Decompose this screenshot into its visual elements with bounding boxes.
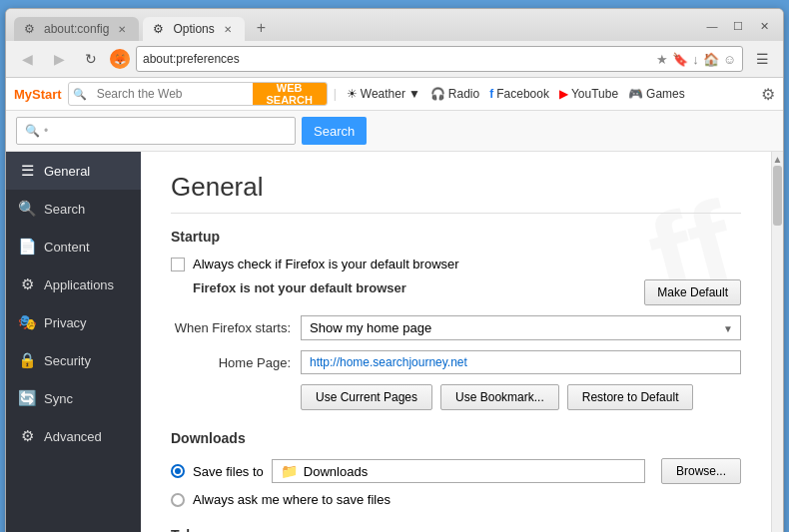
advanced-icon: ⚙: [18, 427, 36, 445]
youtube-label: YouTube: [571, 87, 618, 101]
toolbar-games[interactable]: 🎮 Games: [628, 87, 685, 101]
scroll-track[interactable]: [772, 166, 783, 527]
home-page-row: Home Page:: [171, 350, 741, 374]
bookmark-icon[interactable]: ★: [656, 52, 668, 67]
toolbar-search-input[interactable]: [91, 87, 253, 101]
not-default-warning: Firefox is not your default browser: [193, 280, 406, 295]
default-browser-label: Always check if Firefox is your default …: [193, 257, 459, 271]
forward-button[interactable]: ▶: [46, 46, 72, 72]
page-title: General: [171, 172, 741, 214]
sidebar-label-privacy: Privacy: [44, 315, 87, 330]
when-starts-select[interactable]: Show my home page: [301, 315, 741, 340]
scroll-up-button[interactable]: ▲: [772, 152, 784, 166]
weather-arrow: ▼: [408, 87, 420, 101]
close-button[interactable]: ✕: [753, 15, 775, 37]
back-button[interactable]: ◀: [14, 46, 40, 72]
weather-label: Weather: [361, 87, 405, 101]
applications-icon: ⚙: [18, 275, 36, 293]
toolbar-radio[interactable]: 🎧 Radio: [430, 87, 479, 101]
sidebar-item-sync[interactable]: 🔄 Sync: [6, 379, 141, 417]
games-label: Games: [646, 87, 685, 101]
radio-label: Radio: [448, 87, 479, 101]
tabs-section-title: Tabs: [171, 527, 741, 532]
toolbar-facebook[interactable]: f Facebook: [489, 87, 549, 101]
always-ask-row: Always ask me where to save files: [171, 492, 741, 507]
address-text: about:preferences: [143, 52, 240, 66]
download-icon[interactable]: ↓: [692, 52, 699, 67]
minimize-button[interactable]: —: [701, 15, 723, 37]
maximize-button[interactable]: ☐: [727, 15, 749, 37]
pocket-icon[interactable]: 🔖: [672, 52, 688, 67]
sidebar-item-security[interactable]: 🔒 Security: [6, 341, 141, 379]
downloads-folder-display: 📁 Downloads: [272, 459, 645, 483]
sidebar-label-content: Content: [44, 240, 90, 255]
save-files-label: Save files to: [193, 464, 264, 479]
security-icon: 🔒: [18, 351, 36, 369]
make-default-button[interactable]: Make Default: [644, 279, 741, 305]
use-current-pages-button[interactable]: Use Current Pages: [301, 384, 432, 410]
menu-button[interactable]: ☰: [749, 46, 775, 72]
headphone-icon: 🎧: [430, 87, 445, 101]
sidebar-item-privacy[interactable]: 🎭 Privacy: [6, 303, 141, 341]
reload-button[interactable]: ↻: [78, 46, 104, 72]
facebook-label: Facebook: [496, 87, 549, 101]
main-area: ☰ General 🔍 Search 📄 Content ⚙ Applicati…: [6, 152, 783, 532]
page-search-input-wrapper[interactable]: 🔍 •: [16, 117, 296, 145]
toolbar-search-button[interactable]: WEB SEARCH: [253, 82, 327, 106]
downloads-folder-name: Downloads: [304, 464, 368, 479]
save-files-radio[interactable]: [171, 464, 185, 478]
sidebar-item-general[interactable]: ☰ General: [6, 152, 141, 190]
use-bookmark-button[interactable]: Use Bookmark...: [440, 384, 559, 410]
tab-label-1: about:config: [44, 22, 109, 36]
happy-icon[interactable]: ☺: [723, 52, 736, 67]
restore-default-button[interactable]: Restore to Default: [567, 384, 694, 410]
sidebar-item-advanced[interactable]: ⚙ Advanced: [6, 417, 141, 455]
address-bar[interactable]: about:preferences ★ 🔖 ↓ 🏠 ☺: [136, 46, 743, 72]
sidebar: ☰ General 🔍 Search 📄 Content ⚙ Applicati…: [6, 152, 141, 532]
sun-icon: ☀: [347, 87, 358, 101]
sidebar-item-applications[interactable]: ⚙ Applications: [6, 266, 141, 303]
firefox-icon: 🦊: [110, 49, 130, 69]
facebook-icon: f: [489, 87, 493, 101]
sidebar-label-general: General: [44, 164, 90, 179]
tab-icon-1: ⚙: [24, 22, 38, 36]
games-icon: 🎮: [628, 87, 643, 101]
home-page-input[interactable]: [301, 350, 741, 374]
scroll-thumb[interactable]: [773, 166, 782, 226]
sidebar-label-security: Security: [44, 353, 91, 368]
page-search-text: •: [44, 124, 48, 138]
startup-btn-row: Use Current Pages Use Bookmark... Restor…: [301, 384, 741, 410]
toolbar-search[interactable]: 🔍 WEB SEARCH: [68, 82, 328, 106]
home-icon[interactable]: 🏠: [703, 52, 719, 67]
content-icon: 📄: [18, 238, 36, 256]
tab-close-2[interactable]: ✕: [221, 22, 235, 36]
mystart-toolbar: MyStart 🔍 WEB SEARCH | ☀ Weather ▼ 🎧 Rad…: [6, 78, 783, 111]
sidebar-item-content[interactable]: 📄 Content: [6, 228, 141, 266]
mystart-logo: MyStart: [14, 87, 62, 102]
page-search-button[interactable]: Search: [302, 117, 367, 145]
always-ask-label: Always ask me where to save files: [193, 492, 391, 507]
tab-about-config[interactable]: ⚙ about:config ✕: [14, 17, 139, 41]
tab-options[interactable]: ⚙ Options ✕: [143, 17, 244, 41]
toolbar-weather[interactable]: ☀ Weather ▼: [347, 87, 420, 101]
when-starts-row: When Firefox starts: Show my home page: [171, 315, 741, 340]
new-tab-button[interactable]: +: [249, 15, 274, 41]
tab-close-1[interactable]: ✕: [115, 22, 129, 36]
youtube-icon: ▶: [559, 87, 568, 101]
save-files-row: Save files to 📁 Downloads Browse...: [171, 458, 741, 484]
toolbar-settings-icon[interactable]: ⚙: [761, 85, 775, 104]
tab-label-2: Options: [173, 22, 214, 36]
page-search-bar: 🔍 • Search: [6, 111, 783, 152]
toolbar-youtube[interactable]: ▶ YouTube: [559, 87, 618, 101]
sidebar-item-search[interactable]: 🔍 Search: [6, 190, 141, 228]
sidebar-label-advanced: Advanced: [44, 429, 102, 444]
browse-button[interactable]: Browse...: [661, 458, 741, 484]
title-bar: ⚙ about:config ✕ ⚙ Options ✕ + — ☐ ✕: [6, 9, 783, 41]
downloads-section: Downloads Save files to 📁 Downloads Brow…: [171, 430, 741, 507]
tab-icon-2: ⚙: [153, 22, 167, 36]
toolbar-items: | ☀ Weather ▼ 🎧 Radio f Facebook ▶ YouTu…: [334, 87, 685, 101]
folder-icon: 📁: [281, 463, 298, 479]
scroll-down-button[interactable]: ▼: [772, 527, 784, 532]
always-ask-radio[interactable]: [171, 493, 185, 507]
default-browser-checkbox[interactable]: [171, 258, 185, 271]
